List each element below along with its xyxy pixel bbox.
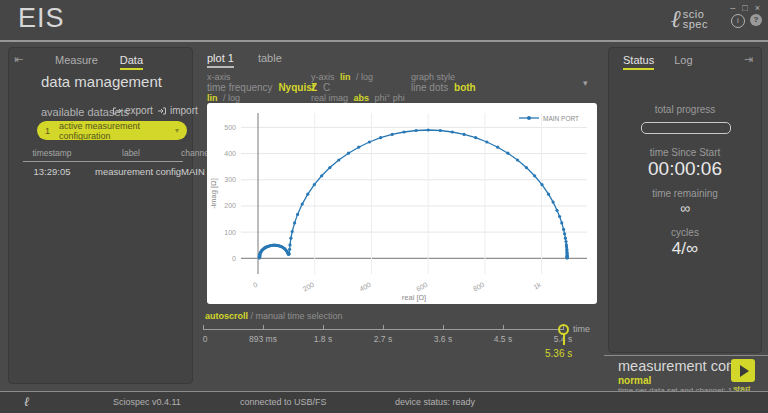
timeline-selected-value: 5.36 s xyxy=(545,348,572,359)
tab-data[interactable]: Data xyxy=(120,54,143,70)
cycles-value: 4/∞ xyxy=(609,239,761,259)
timeline-tick xyxy=(503,325,504,330)
status-panel: Status Log ⇥ total progress time Since S… xyxy=(608,47,762,353)
cell-timestamp: 13:29:05 xyxy=(23,166,81,177)
style-options[interactable]: line dots xyxy=(411,82,448,93)
plot-config-caret-icon[interactable]: ▾ xyxy=(583,78,588,88)
y-component-active[interactable]: abs xyxy=(354,93,370,103)
manual-option[interactable]: / manual time selection xyxy=(251,311,343,321)
y-quantity-option[interactable]: C xyxy=(323,82,330,93)
info-icon[interactable]: i xyxy=(731,14,745,28)
play-icon xyxy=(740,365,749,377)
x-mode-options[interactable]: time frequency xyxy=(207,82,273,93)
app-window: EIS ℓ scio spec – □ × i ? ⇤ Measure Data… xyxy=(0,0,768,413)
expand-panel-icon[interactable]: ⇥ xyxy=(744,53,753,66)
timeline-tick-label: 1.8 s xyxy=(314,334,332,344)
datasets-table: timestamp label channel 13:29:05 measure… xyxy=(23,148,183,177)
timeline-tick-label: 0 xyxy=(203,334,208,344)
y-scale-active[interactable]: lin xyxy=(340,72,351,82)
x-scale-active[interactable]: lin xyxy=(207,93,218,103)
graph-style-config: graph style line dots both xyxy=(411,72,476,93)
tab-status[interactable]: Status xyxy=(623,54,654,70)
sciospec-logo-text: scio spec xyxy=(683,9,708,29)
connection-status: connected to USB/FS xyxy=(240,397,327,407)
x-axis-config: x-axis time frequency Nyquist lin / log xyxy=(207,72,315,104)
svg-text:0: 0 xyxy=(252,281,259,289)
nyquist-chart[interactable]: 010020030040050002004006008001kreal [Ω]-… xyxy=(207,103,597,304)
svg-text:-imag [Ω]: -imag [Ω] xyxy=(209,178,218,209)
col-timestamp: timestamp xyxy=(23,148,81,158)
measurement-control-separator xyxy=(604,355,768,356)
nyquist-chart-svg: 010020030040050002004006008001kreal [Ω]-… xyxy=(207,103,597,304)
plot-tabs: plot 1 table xyxy=(207,52,282,68)
active-dataset-selector[interactable]: 1 active measurement configuration ▾ xyxy=(37,121,187,140)
y-component-options-pre[interactable]: real imag xyxy=(311,93,348,103)
dataset-label: active measurement configuration xyxy=(59,121,175,141)
time-mode-toggle[interactable]: autoscroll / manual time selection xyxy=(205,311,343,321)
top-separator xyxy=(0,40,768,42)
collapse-panel-icon[interactable]: ⇤ xyxy=(14,53,23,66)
dataset-index: 1 xyxy=(45,126,59,136)
maximize-icon[interactable]: □ xyxy=(742,4,747,13)
close-icon[interactable]: × xyxy=(755,4,760,13)
timeline-tick-label: 893 ms xyxy=(249,334,277,344)
svg-text:200: 200 xyxy=(224,202,236,209)
minimize-icon[interactable]: – xyxy=(730,4,735,13)
datasets-table-header: timestamp label channel xyxy=(23,148,183,162)
time-selection: autoscroll / manual time selection 0893 … xyxy=(203,311,598,361)
svg-text:500: 500 xyxy=(224,124,236,131)
svg-text:600: 600 xyxy=(415,281,429,293)
export-button[interactable]: export xyxy=(112,105,153,116)
import-button[interactable]: import xyxy=(157,105,198,116)
svg-text:400: 400 xyxy=(358,281,372,293)
timeline-tick xyxy=(323,325,324,330)
statusbar-logo-icon: ℓ xyxy=(24,394,29,410)
timeline-tick xyxy=(383,325,384,330)
measurement-mode[interactable]: normal xyxy=(618,375,651,386)
y-scale-option[interactable]: / log xyxy=(356,72,373,82)
export-icon xyxy=(112,106,122,116)
timeline-tick xyxy=(263,325,264,330)
timeline-tick-label: 3.6 s xyxy=(434,334,452,344)
time-since-start-label: time Since Start xyxy=(609,147,761,158)
page-title: data management xyxy=(41,73,162,90)
status-panel-tabs: Status Log xyxy=(623,54,693,70)
tab-log[interactable]: Log xyxy=(674,54,692,70)
cycles-label: cycles xyxy=(609,227,761,238)
topbar-icons: i ? xyxy=(731,14,762,28)
svg-text:0: 0 xyxy=(232,255,236,262)
timeline-tick-label: 4.5 s xyxy=(494,334,512,344)
timeline-handle[interactable] xyxy=(558,324,569,335)
device-status: device status: ready xyxy=(395,397,475,407)
app-version: Sciospec v0.4.11 xyxy=(113,397,181,407)
y-component-options-post[interactable]: phi° phi xyxy=(375,93,405,103)
svg-text:200: 200 xyxy=(302,281,316,293)
timeline-handle-stem xyxy=(563,334,565,345)
time-remaining-label: time remaining xyxy=(609,188,761,199)
autoscroll-option[interactable]: autoscroll xyxy=(205,311,248,321)
svg-text:300: 300 xyxy=(224,176,236,183)
timeline-handle-label: time xyxy=(573,324,590,334)
help-icon[interactable]: ? xyxy=(750,14,762,26)
sciospec-logo: ℓ scio spec xyxy=(671,8,708,30)
x-scale-option[interactable]: / log xyxy=(223,93,240,103)
tab-table[interactable]: table xyxy=(258,52,282,68)
time-remaining-value: ∞ xyxy=(609,200,761,216)
style-active[interactable]: both xyxy=(454,82,476,93)
svg-text:real [Ω]: real [Ω] xyxy=(402,293,426,302)
window-controls: – □ × xyxy=(730,4,760,13)
timeline-tick xyxy=(203,325,204,330)
tab-measure[interactable]: Measure xyxy=(55,54,98,70)
chevron-down-icon: ▾ xyxy=(175,126,179,135)
import-icon xyxy=(157,106,167,116)
x-mode-active[interactable]: Nyquist xyxy=(278,82,315,93)
start-button[interactable] xyxy=(731,359,755,382)
status-bar: ℓ Sciospec v0.4.11 connected to USB/FS d… xyxy=(0,392,768,413)
table-row[interactable]: 13:29:05 measurement config MAIN PORT xyxy=(23,162,183,177)
y-quantity-active[interactable]: Z xyxy=(311,82,317,93)
tab-plot-1[interactable]: plot 1 xyxy=(207,52,234,68)
left-panel-tabs: Measure Data xyxy=(55,54,143,70)
total-progress-label: total progress xyxy=(609,104,761,115)
app-title: EIS xyxy=(18,3,65,34)
import-label: import xyxy=(170,105,198,116)
